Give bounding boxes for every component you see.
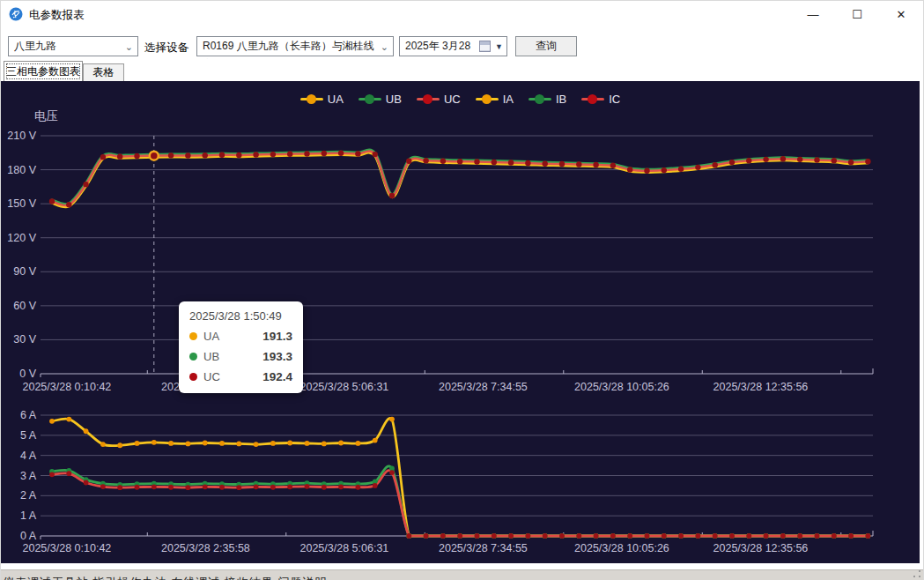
y-axis-tick-label: 4 A [20, 450, 37, 462]
y-axis-tick-label: 120 V [7, 232, 36, 244]
x-axis-tick-label: 2025/3/28 5:06:31 [300, 542, 389, 554]
x-axis-tick-label: 2025/3/28 10:05:26 [574, 381, 669, 393]
data-point-uc [695, 165, 700, 170]
date-picker[interactable]: 2025年 3月28日 ▼ [399, 36, 507, 56]
ub-dot-icon [189, 353, 197, 361]
data-point-ic [526, 533, 531, 539]
data-point-uc [406, 159, 411, 164]
calendar-icon [479, 41, 491, 52]
y-axis-tick-label: 6 A [20, 409, 37, 421]
data-point-uc [253, 152, 258, 157]
data-point-uc [440, 159, 446, 164]
data-point-ic [236, 485, 241, 490]
legend-item-ia[interactable]: IA [476, 93, 514, 106]
data-point-uc [338, 151, 344, 156]
tooltip-series-value: 191.3 [262, 330, 292, 343]
data-point-ia [84, 428, 89, 434]
tooltip-row-ua: UA 191.3 [189, 326, 292, 346]
legend-item-ub[interactable]: UB [359, 93, 402, 106]
x-axis-tick-label: 2025/3/28 12:35:56 [713, 542, 809, 554]
tooltip-series-label: UC [203, 370, 220, 383]
series-line-ib [52, 466, 868, 536]
data-point-uc [185, 152, 190, 158]
legend-marker-icon [581, 94, 604, 104]
chart-tooltip: 2025/3/28 1:50:49 UA 191.3 UB 193.3 UC 1… [179, 301, 303, 393]
data-point-ia [49, 419, 55, 424]
tab-three-phase-chart[interactable]: 三相电参数图表 [4, 61, 83, 81]
tooltip-timestamp: 2025/3/28 1:50:49 [189, 309, 292, 323]
data-point-uc [610, 163, 616, 168]
data-point-uc [627, 167, 632, 172]
data-point-ia [270, 441, 276, 446]
legend-item-uc[interactable]: UC [417, 93, 461, 106]
data-point-ia [100, 442, 106, 447]
data-point-ia [356, 441, 361, 446]
legend-item-ic[interactable]: IC [581, 93, 620, 106]
voltage-chart: 210 V180 V150 V120 V90 V60 V30 V0 V2025/… [7, 109, 873, 393]
data-point-ia [203, 441, 208, 446]
hovered-data-point[interactable] [150, 152, 159, 160]
legend-marker-icon [359, 94, 381, 104]
data-point-uc [832, 158, 837, 163]
data-point-uc [525, 160, 530, 166]
dropdown-arrow-icon: ▼ [495, 38, 503, 56]
legend-item-ib[interactable]: IB [529, 93, 566, 106]
uc-dot-icon [189, 373, 197, 381]
data-point-ic [424, 533, 429, 539]
data-point-uc [373, 152, 378, 157]
data-point-ic [764, 533, 769, 539]
data-point-ic [610, 533, 616, 539]
data-point-ic [746, 533, 751, 539]
data-point-ia [168, 441, 174, 446]
data-point-ic [662, 533, 667, 539]
data-point-ic [848, 533, 854, 539]
device-combo[interactable]: R0169 八里九路（长丰路）与湘桂线交 ⌄ [196, 36, 394, 56]
area-combo[interactable]: 八里九路 ⌄ [8, 36, 138, 56]
data-point-uc [593, 162, 598, 167]
tab-table[interactable]: 表格 [83, 63, 124, 81]
legend-marker-icon [417, 94, 440, 104]
app-window: 电参数报表 — ☐ ✕ 八里九路 ⌄ 选择设备 R0169 八里九路（长丰路）与… [0, 0, 924, 580]
y-axis-tick-label: 0 A [20, 530, 37, 542]
data-point-ic [117, 485, 122, 490]
data-point-ic [270, 485, 276, 490]
data-point-uc [304, 151, 309, 156]
legend-item-ua[interactable]: UA [300, 93, 344, 106]
data-point-ic [100, 484, 106, 489]
tab-focus-rect [6, 63, 80, 79]
data-point-ic [287, 484, 292, 489]
data-point-ia [287, 441, 292, 446]
tooltip-series-value: 192.4 [262, 370, 292, 383]
data-point-uc [457, 159, 462, 164]
data-point-uc [559, 161, 565, 167]
data-point-uc [763, 157, 768, 162]
resize-grip-icon[interactable] [913, 569, 921, 578]
data-point-ic [203, 484, 208, 489]
data-point-ia [66, 417, 71, 422]
data-point-ic [219, 485, 225, 490]
minimize-button[interactable]: — [791, 1, 835, 27]
data-point-uc [729, 160, 735, 165]
y-axis-tick-label: 30 V [13, 333, 36, 346]
data-point-uc [49, 198, 55, 204]
data-point-ic [406, 533, 411, 539]
data-point-ic [832, 533, 837, 539]
title-bar: 电参数报表 — ☐ ✕ [1, 1, 923, 27]
device-label: 选择设备 [144, 41, 188, 56]
data-point-ic [457, 533, 462, 539]
query-button[interactable]: 查询 [515, 36, 577, 56]
data-point-uc [576, 161, 581, 167]
close-button[interactable]: ✕ [879, 1, 923, 27]
data-point-uc [814, 157, 819, 162]
legend-label: IB [556, 93, 566, 106]
ua-dot-icon [189, 332, 197, 340]
app-icon [9, 7, 23, 21]
data-point-ic [696, 533, 701, 539]
data-point-ic [338, 484, 344, 489]
series-line-ic [52, 471, 868, 536]
data-point-ic [168, 485, 174, 490]
y-axis-tick-label: 150 V [7, 197, 36, 210]
data-point-ic [186, 485, 191, 490]
legend-label: UB [386, 93, 402, 106]
maximize-button[interactable]: ☐ [835, 1, 879, 27]
